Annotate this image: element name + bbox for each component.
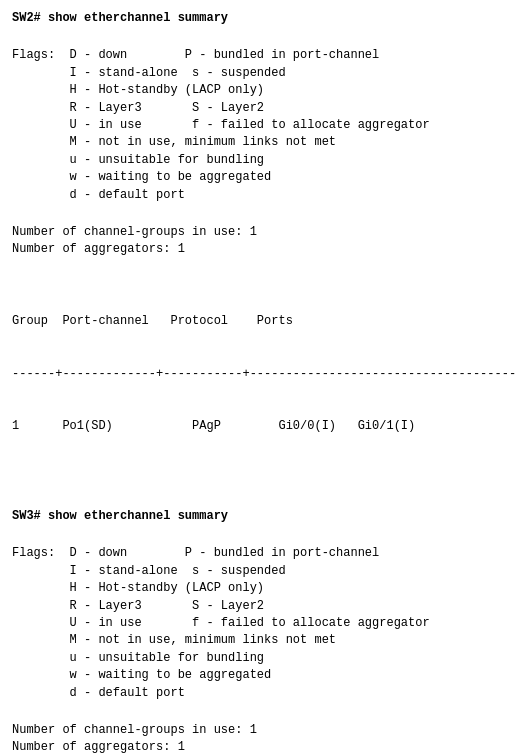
sw3-stats: Number of channel-groups in use: 1 Numbe…: [12, 722, 503, 756]
sw3-flags-header: Flags: D - down P - bundled in port-chan…: [12, 546, 430, 699]
sw2-section: SW2# show etherchannel summary Flags: D …: [12, 10, 503, 470]
sw3-command: SW3# show etherchannel summary: [12, 508, 503, 525]
page-container: SW2# show etherchannel summary Flags: D …: [12, 10, 503, 756]
sw2-flags-section: Flags: D - down P - bundled in port-chan…: [12, 47, 503, 204]
sw2-table: Group Port-channel Protocol Ports ------…: [12, 279, 503, 470]
sw2-table-separator: ------+-------------+-----------+-------…: [12, 366, 503, 383]
sw2-flags-header: Flags: D - down P - bundled in port-chan…: [12, 48, 430, 201]
sw2-stats: Number of channel-groups in use: 1 Numbe…: [12, 224, 503, 259]
sw3-section: SW3# show etherchannel summary Flags: D …: [12, 508, 503, 756]
sw3-flags-section: Flags: D - down P - bundled in port-chan…: [12, 545, 503, 702]
sw2-table-row: 1 Po1(SD) PAgP Gi0/0(I) Gi0/1(I): [12, 418, 503, 435]
sw2-table-header: Group Port-channel Protocol Ports: [12, 313, 503, 330]
sw2-command: SW2# show etherchannel summary: [12, 10, 503, 27]
